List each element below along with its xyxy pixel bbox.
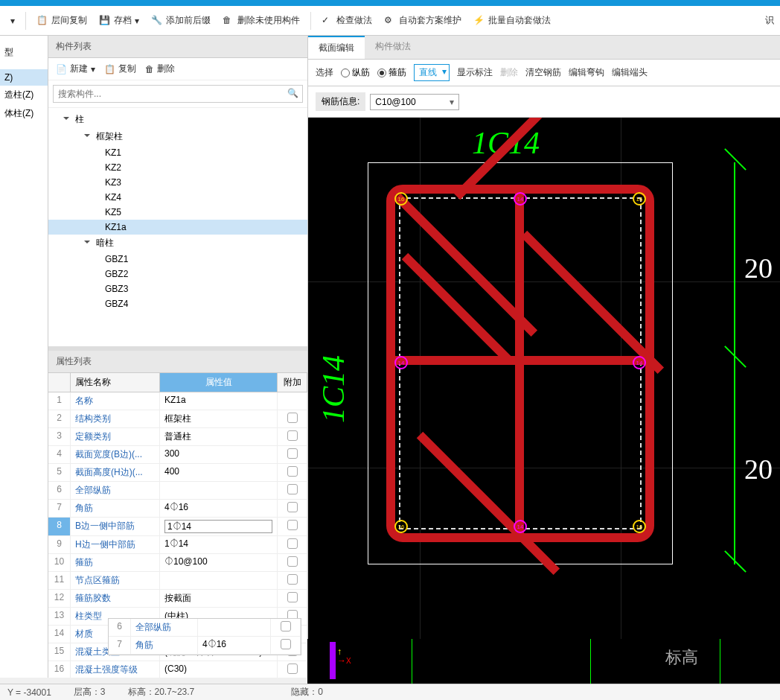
clear-rebar[interactable]: 清空钢筋 xyxy=(525,66,561,79)
tree-leaf[interactable]: KZ4 xyxy=(48,190,307,205)
component-list-header: 构件列表 xyxy=(48,36,307,58)
new-button[interactable]: 📄新建 ▾ xyxy=(56,63,95,75)
right-label: 识 xyxy=(765,14,774,27)
property-row[interactable]: 10箍筋⏀10@100 xyxy=(48,554,307,572)
mid-rebar[interactable]: 14 xyxy=(633,356,646,369)
tree-root[interactable]: 柱 xyxy=(48,111,307,128)
tree-leaf[interactable]: GBZ3 xyxy=(48,281,307,296)
tree-leaf[interactable]: KZ5 xyxy=(48,205,307,220)
search-icon[interactable]: 🔍 xyxy=(287,88,298,98)
property-head: 属性名称 属性值 附加 xyxy=(48,373,307,392)
property-row[interactable]: 7角筋4⏀16 xyxy=(109,637,301,655)
status-floor: 层高：3 xyxy=(74,686,106,699)
main-toolbar: ▾ 📋层间复制 💾存档 ▾ 🔧添加前后缀 🗑删除未使用构件 ✓检查做法 ⚙自动套… xyxy=(0,6,780,36)
property-row[interactable]: 3定额类别普通柱 xyxy=(48,428,307,446)
property-row[interactable]: 8B边一侧中部筋 xyxy=(48,518,307,536)
property-row[interactable]: 7角筋4⏀16 xyxy=(48,500,307,518)
type-item[interactable]: 型 xyxy=(0,43,48,62)
property-row[interactable]: 11节点区箍筋 xyxy=(48,572,307,590)
radio-stirrup[interactable]: 箍筋 xyxy=(377,66,406,79)
dim-left: 1C14 xyxy=(316,355,351,423)
lower-canvas[interactable]: ↑ →X 标高 xyxy=(307,639,780,684)
corner-rebar[interactable]: 16 xyxy=(633,192,646,206)
line-type-combo[interactable]: 直线 xyxy=(414,64,450,81)
maximize-button[interactable] xyxy=(726,0,753,6)
radio-longitudinal[interactable]: 纵筋 xyxy=(341,66,370,79)
type-item[interactable]: 造柱(Z) xyxy=(0,86,48,104)
property-row[interactable]: 4截面宽度(B边)(...300 xyxy=(48,446,307,464)
elevation-label: 标高 xyxy=(665,646,698,669)
add-prefix-button[interactable]: 🔧添加前后缀 xyxy=(147,11,215,30)
property-row[interactable]: 6全部纵筋 xyxy=(48,482,307,500)
tab-section-edit[interactable]: 截面编辑 xyxy=(308,36,365,59)
property-row[interactable]: 2结构类别框架柱 xyxy=(48,410,307,428)
show-dim-toggle[interactable]: 显示标注 xyxy=(457,66,493,79)
property-header: 属性列表 xyxy=(48,351,307,373)
tree-leaf[interactable]: GBZ4 xyxy=(48,296,307,311)
rebar-info-label: 钢筋信息: xyxy=(316,92,365,111)
search-input[interactable] xyxy=(53,85,303,103)
tree-leaf-selected[interactable]: KZ1a xyxy=(48,220,307,235)
close-button[interactable] xyxy=(753,0,780,6)
dropdown-toggle[interactable]: ▾ xyxy=(6,13,19,29)
batch-auto-button[interactable]: ⚡批量自动套做法 xyxy=(469,11,555,30)
extra-grid: 6全部纵筋7角筋4⏀16 xyxy=(108,618,301,655)
mid-rebar[interactable]: 14 xyxy=(394,356,408,369)
property-row[interactable]: 6全部纵筋 xyxy=(109,619,301,637)
property-row[interactable]: 9H边一侧中部筋1⏀14 xyxy=(48,536,307,554)
tree-leaf[interactable]: KZ3 xyxy=(48,175,307,190)
minimize-button[interactable] xyxy=(700,0,726,6)
tree-leaf[interactable]: KZ2 xyxy=(48,160,307,175)
tree-leaf[interactable]: GBZ2 xyxy=(48,267,307,281)
tab-component-method[interactable]: 构件做法 xyxy=(365,36,421,59)
corner-rebar[interactable]: 16 xyxy=(394,192,408,206)
mid-rebar[interactable]: 14 xyxy=(514,192,527,206)
edit-end[interactable]: 编辑端头 xyxy=(612,66,648,79)
check-method-button[interactable]: ✓检查做法 xyxy=(317,11,377,30)
auto-plan-button[interactable]: ⚙自动套方案维护 xyxy=(380,11,466,30)
type-item[interactable]: Z) xyxy=(0,69,48,86)
section-canvas[interactable]: 1C14 1C14 20 20 xyxy=(308,118,780,678)
select-tool[interactable]: 选择 xyxy=(316,66,333,79)
statusbar: Y = -34001 层高：3 标高：20.7~23.7 隐藏：0 xyxy=(0,684,780,700)
delete-button[interactable]: 🗑删除 xyxy=(145,63,175,75)
copy-button[interactable]: 📋复制 xyxy=(104,63,136,75)
property-row[interactable]: 5截面高度(H边)(...400 xyxy=(48,464,307,482)
status-hidden: 隐藏：0 xyxy=(291,686,323,699)
corner-rebar[interactable]: 16 xyxy=(394,520,408,533)
component-tree: 柱 框架柱 KZ1 KZ2 KZ3 KZ4 KZ5 KZ1a 暗柱 GBZ1 G… xyxy=(48,108,307,346)
mid-rebar[interactable]: 14 xyxy=(514,520,527,533)
dim-r1: 20 xyxy=(744,252,773,284)
tree-leaf[interactable]: GBZ1 xyxy=(48,252,307,267)
copy-floor-button[interactable]: 📋层间复制 xyxy=(32,11,92,30)
delete-unused-button[interactable]: 🗑删除未使用构件 xyxy=(218,11,304,30)
tree-leaf[interactable]: KZ1 xyxy=(48,145,307,160)
edit-hook[interactable]: 编辑弯钩 xyxy=(569,66,604,79)
property-row[interactable]: 12箍筋胶数按截面 xyxy=(48,590,307,608)
type-strip: 型 Z) 造柱(Z) 体柱(Z) xyxy=(0,36,48,678)
tree-hidden[interactable]: 暗柱 xyxy=(48,235,307,252)
type-item[interactable]: 体柱(Z) xyxy=(0,104,48,123)
archive-button[interactable]: 💾存档 ▾ xyxy=(95,11,144,30)
status-elev: 标高：20.7~23.7 xyxy=(128,686,195,699)
dim-r2: 20 xyxy=(744,453,773,486)
corner-rebar[interactable]: 16 xyxy=(633,520,646,533)
rebar-info-dropdown[interactable]: C10@100 xyxy=(370,94,459,110)
tree-frame[interactable]: 框架柱 xyxy=(48,128,307,145)
property-row[interactable]: 16混凝土强度等级(C30) xyxy=(48,661,307,678)
status-y: Y = -34001 xyxy=(7,687,51,698)
delete-tool[interactable]: 删除 xyxy=(500,66,518,79)
property-row[interactable]: 1名称KZ1a xyxy=(48,392,307,410)
